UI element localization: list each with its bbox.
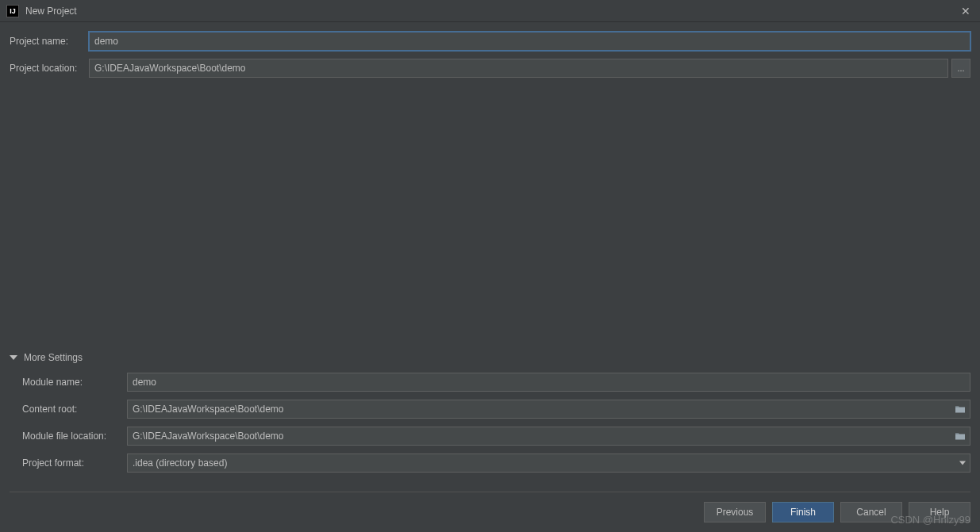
module-name-label: Module name:	[22, 377, 127, 388]
project-format-select[interactable]: .idea (directory based)	[127, 454, 970, 473]
chevron-down-icon	[959, 461, 966, 465]
more-settings-toggle[interactable]: More Settings	[10, 352, 970, 363]
window-title: New Project	[25, 6, 958, 17]
top-form: Project name: Project location: ...	[10, 32, 970, 86]
previous-button[interactable]: Previous	[704, 502, 766, 522]
project-format-label: Project format:	[22, 457, 127, 469]
module-file-location-row: Module file location:	[10, 427, 970, 446]
module-name-input[interactable]	[127, 373, 970, 392]
folder-icon[interactable]	[955, 405, 966, 414]
module-file-location-input[interactable]	[127, 427, 970, 446]
content-root-row: Content root:	[10, 400, 970, 419]
browse-button[interactable]: ...	[951, 59, 970, 78]
project-name-label: Project name:	[10, 36, 89, 47]
project-format-row: Project format: .idea (directory based)	[10, 454, 970, 473]
more-settings-label: More Settings	[24, 352, 83, 363]
module-name-row: Module name:	[10, 373, 970, 392]
module-file-location-label: Module file location:	[22, 431, 127, 442]
project-name-row: Project name:	[10, 32, 970, 51]
finish-button[interactable]: Finish	[772, 502, 834, 522]
folder-icon[interactable]	[955, 432, 966, 441]
chevron-down-icon	[10, 355, 17, 360]
spacer	[10, 86, 970, 352]
project-format-value: .idea (directory based)	[133, 457, 227, 469]
project-location-label: Project location:	[10, 63, 89, 74]
content-root-input[interactable]	[127, 400, 970, 419]
close-icon[interactable]: ✕	[958, 5, 974, 17]
app-icon: IJ	[6, 5, 19, 17]
cancel-button[interactable]: Cancel	[840, 502, 902, 522]
help-button[interactable]: Help	[909, 502, 970, 522]
titlebar: IJ New Project ✕	[0, 0, 980, 22]
project-location-row: Project location: ...	[10, 59, 970, 78]
content-area: Project name: Project location: ... More…	[0, 22, 980, 532]
content-root-label: Content root:	[22, 404, 127, 415]
project-name-input[interactable]	[89, 32, 970, 51]
more-settings-panel: Module name: Content root: Module file l…	[10, 373, 970, 480]
project-location-input[interactable]	[89, 59, 948, 78]
footer-buttons: Previous Finish Cancel Help	[10, 492, 970, 522]
